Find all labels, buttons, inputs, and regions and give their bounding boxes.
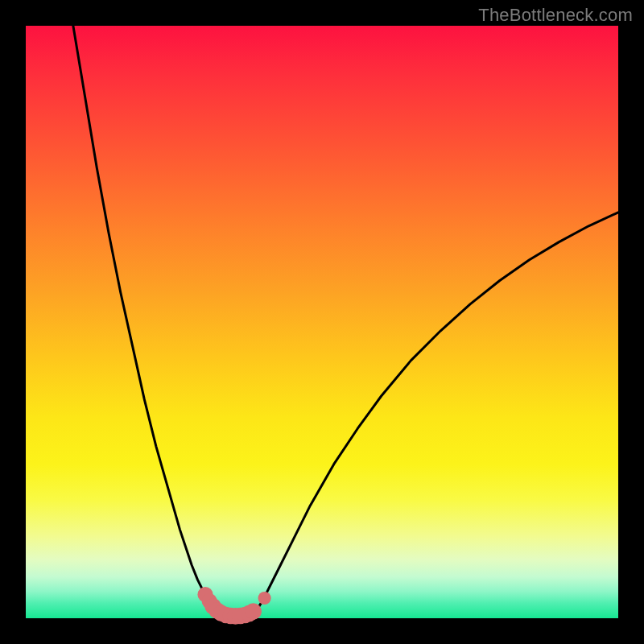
bottleneck-curve bbox=[73, 26, 618, 616]
marker-dot bbox=[245, 603, 262, 620]
watermark-text: TheBottleneck.com bbox=[478, 5, 633, 26]
chart-svg bbox=[26, 26, 618, 618]
marker-dot bbox=[258, 592, 271, 605]
outer-frame: TheBottleneck.com bbox=[0, 0, 644, 644]
curve-path bbox=[73, 26, 618, 616]
